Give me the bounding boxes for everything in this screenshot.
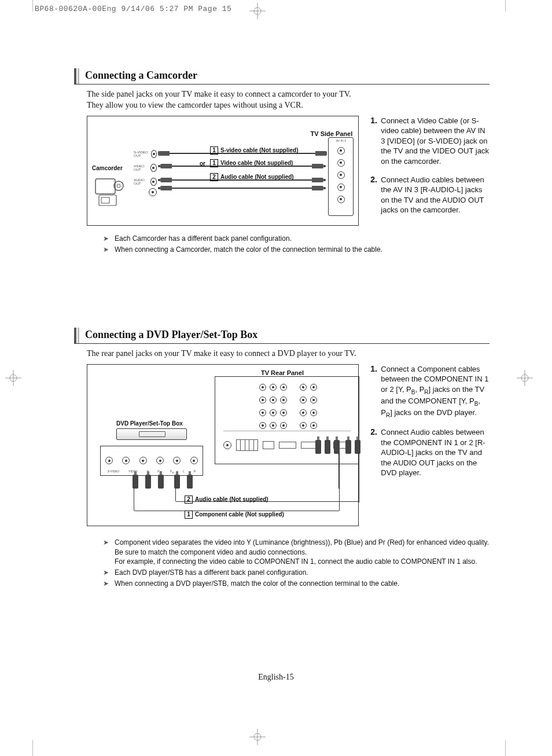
jack-icon: [150, 178, 157, 186]
jack-icon: [190, 457, 198, 464]
note-text: Each Camcorder has a different back pane…: [115, 234, 490, 244]
port-audio: [134, 188, 157, 196]
note-text: When connecting a Camcorder, match the c…: [115, 245, 490, 255]
crop-mark: [32, 0, 33, 12]
dvd-player-icon: [116, 428, 187, 440]
connection-diagram: TV Rear Panel DVD Player/Set-Top Box: [87, 364, 359, 526]
jack-icon: [337, 159, 345, 167]
tag-number: 1: [210, 159, 218, 167]
jack-icon: [337, 171, 345, 179]
cable-tag: 2 Audio cable (Not supplied): [210, 173, 294, 181]
intro-line: They allow you to view the camcorder tap…: [87, 100, 490, 111]
plug-icon: [315, 151, 327, 156]
plug-icon: [145, 475, 151, 489]
note-item: ➤ Each Camcorder has a different back pa…: [103, 234, 490, 244]
plug-icon: [160, 186, 172, 190]
note-text: When connecting a DVD player/STB, match …: [115, 579, 490, 589]
section-heading: Connecting a DVD Player/Set-Top Box: [74, 328, 490, 344]
port-svideo: S-VIDEO OUT: [134, 150, 157, 158]
section-title: Connecting a DVD Player/Set-Top Box: [85, 328, 257, 343]
plug-icon: [315, 440, 321, 454]
note-arrow-icon: ➤: [103, 568, 115, 578]
registration-mark-icon: [5, 369, 22, 387]
tag-label: Audio cable (Not supplied): [220, 174, 294, 180]
plug-icon: [158, 475, 164, 489]
registration-mark-icon: [516, 369, 533, 387]
heading-accent-bars-icon: [74, 68, 79, 84]
connection-diagram: TV Side Panel Camcorder S-VIDEO OUT VI: [87, 116, 359, 226]
step-number: 2.: [370, 175, 381, 215]
svg-point-14: [117, 184, 120, 188]
step-text: Connect a Component cables between the C…: [381, 364, 490, 419]
plug-icon: [160, 164, 172, 168]
svg-rect-16: [101, 197, 109, 203]
port-label: VIDEO OUT: [134, 164, 149, 171]
stb-label: DVD Player/Set-Top Box: [116, 420, 183, 427]
camcorder-icon: [93, 174, 126, 209]
page-footer: English-15: [0, 673, 552, 682]
cable-tag: 1 Component cable (Not supplied): [185, 511, 284, 519]
plug-icon: [345, 440, 351, 454]
tag-number: 1: [210, 146, 218, 155]
crop-mark: [505, 740, 506, 756]
note-arrow-icon: ➤: [103, 538, 115, 548]
or-label: or: [200, 160, 205, 167]
step-number: 1.: [370, 364, 381, 419]
jack-icon: [151, 150, 157, 158]
intro-line: The side panel jacks on your TV make it …: [87, 89, 490, 100]
heading-accent-bars-icon: [74, 328, 79, 343]
section-title: Connecting a Camcorder: [85, 68, 197, 84]
jack-icon: [105, 457, 113, 464]
plug-icon: [174, 475, 180, 489]
jack-icon: [139, 457, 147, 464]
intro-text: The side panel jacks on your TV make it …: [87, 89, 490, 111]
jack-icon: [223, 441, 231, 449]
cable-route: [338, 453, 340, 489]
port-audio: AUDIO OUT: [134, 178, 157, 186]
print-header: BP68-00620A-00Eng 9/14/06 5:27 PM Page 1…: [35, 5, 231, 13]
tag-number: 2: [185, 496, 193, 504]
step-text: Connect Audio cables between the AV IN 3…: [381, 175, 490, 215]
note-arrow-icon: ➤: [103, 234, 115, 244]
cable-tag: 1 S-video cable (Not supplied): [210, 146, 298, 155]
step-item: 2. Connect Audio cables between the AV I…: [370, 175, 490, 215]
step-item: 2. Connect Audio cables between the COMP…: [370, 427, 490, 478]
tag-label: Audio cable (Not supplied): [195, 496, 268, 502]
tag-label: S-video cable (Not supplied): [220, 147, 298, 153]
note-text: Each DVD player/STB has a different back…: [115, 568, 490, 578]
step-text: Connect Audio cables between the COMPONE…: [381, 427, 490, 478]
tag-number: 1: [185, 511, 193, 519]
jack-icon: [150, 164, 157, 172]
step-item: 1. Connect a Component cables between th…: [370, 364, 490, 419]
section-body: TV Side Panel Camcorder S-VIDEO OUT VI: [87, 116, 490, 226]
jack-icon: [337, 184, 345, 191]
plug-icon: [312, 178, 323, 182]
cable-audio: [158, 186, 326, 190]
plug-icon: [160, 178, 172, 182]
stb-output-panel: S-VIDEOVIDEOYPBPRLR: [100, 446, 203, 476]
note-item: ➤ When connecting a Camcorder, match the…: [103, 245, 490, 255]
note-arrow-icon: ➤: [103, 579, 115, 589]
jack-icon: [149, 188, 157, 196]
registration-mark-icon: [249, 728, 266, 746]
jack-icon: [122, 457, 130, 464]
intro-line: The rear panel jacks on your TV make it …: [87, 348, 490, 359]
port-label: AUDIO OUT: [134, 178, 149, 185]
plug-icon: [312, 186, 323, 190]
port-label: S-VIDEO OUT: [134, 151, 149, 157]
page: BP68-00620A-00Eng 9/14/06 5:27 PM Page 1…: [0, 0, 552, 756]
note-item: ➤ Each DVD player/STB has a different ba…: [103, 568, 490, 578]
cable-tag: 2 Audio cable (Not supplied): [185, 496, 268, 504]
jack-icon: [337, 147, 345, 155]
note-item: ➤ When connecting a DVD player/STB, matc…: [103, 579, 490, 589]
notes-list: ➤ Each Camcorder has a different back pa…: [103, 234, 490, 255]
section-camcorder: Connecting a Camcorder The side panel ja…: [74, 68, 490, 255]
crop-mark: [505, 0, 506, 12]
tv-rear-panel-label: TV Rear Panel: [261, 369, 304, 376]
svg-rect-12: [95, 179, 115, 194]
tag-number: 2: [210, 173, 218, 181]
plug-icon: [158, 151, 170, 156]
panel-sublabel: AV IN 3: [329, 140, 353, 142]
port-video: VIDEO OUT: [134, 164, 157, 172]
plug-icon: [133, 475, 138, 489]
